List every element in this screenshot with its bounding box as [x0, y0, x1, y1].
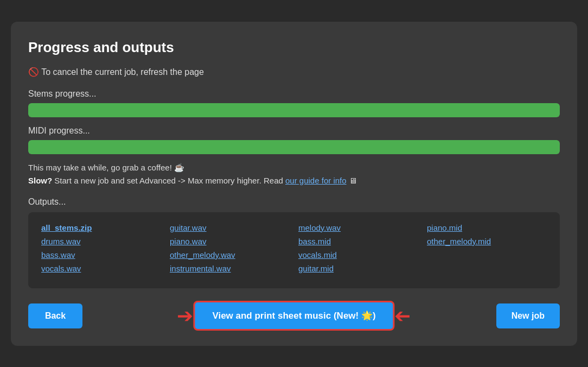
stems-progress-section: Stems progress...	[28, 89, 560, 117]
stems-progress-label: Stems progress...	[28, 89, 560, 99]
outputs-grid: all_stems.zip drums.wav bass.wav vocals.…	[41, 223, 547, 277]
output-link-all-stems[interactable]: all_stems.zip	[41, 223, 161, 232]
cancel-notice: 🚫 To cancel the current job, refresh the…	[28, 67, 560, 77]
output-link-bass-mid[interactable]: bass.mid	[298, 237, 418, 246]
cancel-notice-text: 🚫 To cancel the current job, refresh the…	[28, 67, 204, 77]
output-link-vocals-mid[interactable]: vocals.mid	[298, 250, 418, 260]
center-button-wrapper: ➔ View and print sheet music (New! 🌟) ➔	[177, 301, 411, 331]
output-link-instrumental[interactable]: instrumental.wav	[170, 264, 290, 273]
output-col-2: guitar.wav piano.wav other_melody.wav in…	[170, 223, 290, 277]
stems-progress-bar-container	[28, 103, 560, 117]
midi-progress-section: MIDI progress...	[28, 126, 560, 154]
output-link-other-melody-mid[interactable]: other_melody.mid	[427, 237, 547, 246]
midi-progress-bar-container	[28, 140, 560, 154]
slow-bold: Slow?	[28, 176, 52, 185]
arrow-left-icon: ➔	[177, 306, 193, 326]
output-link-melody-wav[interactable]: melody.wav	[298, 223, 418, 232]
output-col-1: all_stems.zip drums.wav bass.wav vocals.…	[41, 223, 161, 277]
output-link-drums[interactable]: drums.wav	[41, 237, 161, 246]
stems-progress-bar-fill	[28, 103, 560, 117]
output-link-other-melody[interactable]: other_melody.wav	[170, 250, 290, 260]
back-button[interactable]: Back	[28, 303, 82, 328]
output-link-piano[interactable]: piano.wav	[170, 237, 290, 246]
output-link-guitar[interactable]: guitar.wav	[170, 223, 290, 232]
info-text: This may take a while, go grab a coffee!…	[28, 163, 560, 173]
output-link-guitar-mid[interactable]: guitar.mid	[298, 264, 418, 273]
output-col-4: piano.mid other_melody.mid	[427, 223, 547, 277]
midi-progress-bar-fill	[28, 140, 560, 154]
modal-title: Progress and outputs	[28, 39, 560, 56]
sheet-music-button[interactable]: View and print sheet music (New! 🌟)	[193, 301, 394, 331]
slow-text: Slow? Start a new job and set Advanced -…	[28, 176, 560, 185]
output-link-bass[interactable]: bass.wav	[41, 250, 161, 260]
output-col-3: melody.wav bass.mid vocals.mid guitar.mi…	[298, 223, 418, 277]
output-link-piano-mid[interactable]: piano.mid	[427, 223, 547, 232]
guide-link[interactable]: our guide for info	[285, 176, 347, 185]
outputs-label: Outputs...	[28, 197, 560, 207]
midi-progress-label: MIDI progress...	[28, 126, 560, 136]
bottom-bar: Back ➔ View and print sheet music (New! …	[28, 303, 560, 328]
output-link-vocals[interactable]: vocals.wav	[41, 264, 161, 273]
slow-body: Start a new job and set Advanced -> Max …	[54, 176, 285, 185]
progress-modal: Progress and outputs 🚫 To cancel the cur…	[11, 22, 577, 346]
arrow-right-icon: ➔	[395, 306, 411, 326]
outputs-box: all_stems.zip drums.wav bass.wav vocals.…	[28, 212, 560, 288]
new-job-button[interactable]: New job	[496, 303, 560, 328]
slow-suffix: 🖥	[349, 176, 357, 185]
